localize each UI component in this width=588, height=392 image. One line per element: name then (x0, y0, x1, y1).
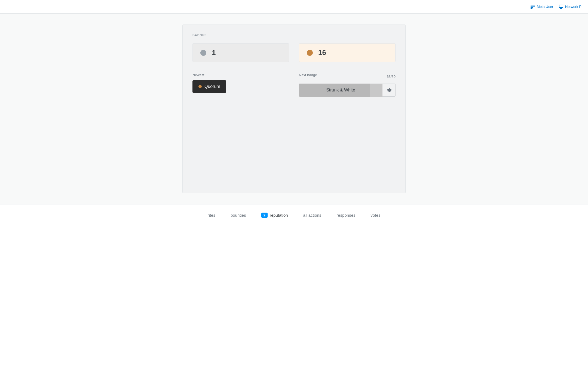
badges-section-title: BADGES (192, 33, 396, 37)
network-link[interactable]: Network P (559, 4, 581, 9)
network-label: Network P (565, 5, 581, 9)
bottom-tabs: rites bounties 2 reputation all actions … (0, 204, 588, 226)
svg-rect-2 (531, 7, 533, 8)
silver-badge-dot (200, 50, 206, 56)
svg-rect-0 (531, 5, 535, 5)
newest-badge-dot (198, 85, 202, 88)
tab-favorites-label: rites (208, 213, 215, 218)
top-bar: Meta User Network P (0, 0, 588, 14)
badges-counts: 1 16 (192, 43, 396, 62)
next-badge-label: Next badge (299, 73, 317, 77)
top-bar-links: Meta User Network P (530, 4, 581, 9)
network-icon (559, 4, 564, 9)
tab-all-actions-label: all actions (303, 213, 321, 218)
newest-label: Newest (192, 73, 289, 77)
meta-user-icon (530, 4, 535, 9)
bronze-badge-box[interactable]: 16 (299, 43, 396, 62)
next-badge-header: Next badge 68/80 (299, 73, 396, 80)
newest-badge-button[interactable]: Quorum (192, 80, 226, 93)
badges-next-section: Next badge 68/80 Strunk & White (299, 73, 396, 97)
tab-votes-label: votes (371, 213, 381, 218)
tab-reputation[interactable]: 2 reputation (254, 210, 296, 220)
badges-info: Newest Quorum Next badge 68/80 Strunk & … (192, 73, 396, 97)
silver-badge-box[interactable]: 1 (192, 43, 289, 62)
bronze-badge-count: 16 (318, 48, 326, 57)
tab-all-actions[interactable]: all actions (296, 210, 329, 220)
svg-rect-4 (561, 8, 562, 8)
next-badge-settings-button[interactable] (382, 84, 396, 97)
main-content: BADGES 1 16 Newest Quorum (0, 14, 588, 204)
next-badge-bar-container: Strunk & White (299, 84, 382, 97)
bronze-badge-dot (307, 50, 313, 56)
gear-icon (387, 88, 391, 93)
silver-badge-count: 1 (212, 48, 216, 57)
tab-favorites[interactable]: rites (200, 210, 223, 220)
next-badge-progress-text: 68/80 (387, 75, 396, 79)
next-badge-row: Strunk & White (299, 84, 396, 97)
tab-responses-label: responses (336, 213, 355, 218)
meta-user-link[interactable]: Meta User (530, 4, 553, 9)
tab-bounties[interactable]: bounties (223, 210, 254, 220)
tab-responses[interactable]: responses (329, 210, 363, 220)
badges-newest-section: Newest Quorum (192, 73, 289, 93)
tab-reputation-label: reputation (270, 213, 288, 218)
meta-user-label: Meta User (537, 5, 553, 9)
svg-rect-3 (531, 8, 532, 9)
tab-votes[interactable]: votes (363, 210, 388, 220)
reputation-badge: 2 (261, 213, 268, 218)
next-badge-name: Strunk & White (326, 88, 355, 93)
svg-rect-1 (531, 6, 535, 7)
tab-bounties-label: bounties (231, 213, 246, 218)
newest-badge-name: Quorum (204, 84, 220, 89)
badges-card: BADGES 1 16 Newest Quorum (182, 24, 406, 193)
